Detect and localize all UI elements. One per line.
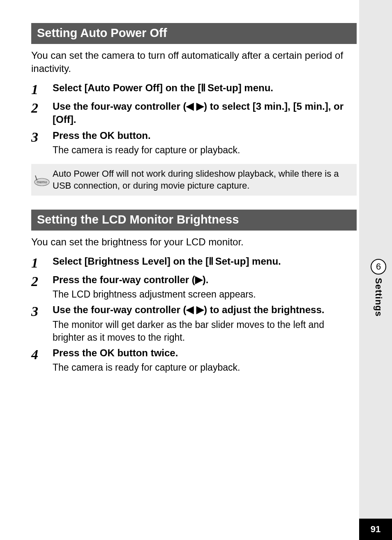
step-row: 1 Select [Auto Power Off] on the [Ⅱ Set-… (31, 81, 357, 97)
step-text: ) to adjust the brightness. (204, 304, 324, 315)
step-title: Press the OK button twice. (53, 346, 357, 360)
step-row: 4 Press the OK button twice. The camera … (31, 346, 357, 374)
step-number: 3 (31, 303, 53, 319)
chapter-tab: 6 Settings (371, 259, 386, 317)
step-number: 3 (31, 129, 53, 145)
step-text: ). (203, 274, 209, 285)
step-subtext: The camera is ready for capture or playb… (53, 361, 357, 374)
step-text: Select [Auto Power Off] on the [ (53, 82, 201, 93)
chapter-label: Settings (373, 278, 384, 317)
setup-icon: Ⅱ (201, 82, 205, 93)
step-text: Set-up] menu. (212, 256, 281, 267)
step-subtext: The monitor will get darker as the bar s… (53, 318, 357, 344)
step-title: Select [Brightness Level] on the [Ⅱ Set-… (53, 255, 357, 268)
page-number: 91 (359, 519, 392, 540)
step-title: Select [Auto Power Off] on the [Ⅱ Set-up… (53, 81, 357, 95)
right-arrow-icon: ▶ (195, 273, 203, 286)
step-text: Press the four-way controller ( (53, 274, 195, 285)
left-arrow-icon: ◀ (186, 99, 194, 113)
step-body: Press the four-way controller (▶). The L… (53, 273, 357, 301)
left-arrow-icon: ◀ (186, 303, 194, 316)
chapter-number-badge: 6 (371, 259, 386, 275)
step-text: Use the four-way controller ( (53, 304, 186, 315)
step-text: Select [Brightness Level] on the [ (53, 256, 209, 267)
step-title: Press the four-way controller (▶). (53, 273, 357, 286)
step-number: 1 (31, 255, 53, 271)
step-title: Use the four-way controller (◀ ▶) to adj… (53, 303, 357, 316)
section-intro: You can set the camera to turn off autom… (31, 49, 357, 76)
memo-text: Auto Power Off will not work during slid… (53, 168, 352, 192)
step-text: Set-up] menu. (205, 82, 273, 93)
step-number: 1 (31, 81, 53, 97)
step-body: Use the four-way controller (◀ ▶) to sel… (53, 100, 357, 127)
step-row: 2 Press the four-way controller (▶). The… (31, 273, 357, 301)
setup-icon: Ⅱ (209, 256, 212, 267)
step-subtext: The camera is ready for capture or playb… (53, 144, 357, 157)
step-number: 4 (31, 346, 53, 362)
step-title: Use the four-way controller (◀ ▶) to sel… (53, 100, 357, 127)
step-row: 2 Use the four-way controller (◀ ▶) to s… (31, 100, 357, 127)
step-row: 3 Use the four-way controller (◀ ▶) to a… (31, 303, 357, 344)
step-subtext: The LCD brightness adjustment screen app… (53, 288, 357, 301)
section-heading: Setting the LCD Monitor Brightness (31, 210, 357, 231)
step-row: 3 Press the OK button. The camera is rea… (31, 129, 357, 157)
step-number: 2 (31, 273, 53, 289)
right-arrow-icon: ▶ (196, 303, 204, 316)
memo-icon: memo (31, 173, 53, 187)
step-row: 1 Select [Brightness Level] on the [Ⅱ Se… (31, 255, 357, 271)
step-title: Press the OK button. (53, 129, 357, 142)
section-heading: Setting Auto Power Off (31, 23, 357, 44)
right-arrow-icon: ▶ (196, 99, 204, 113)
step-body: Use the four-way controller (◀ ▶) to adj… (53, 303, 357, 344)
step-body: Select [Auto Power Off] on the [Ⅱ Set-up… (53, 81, 357, 95)
step-body: Press the OK button twice. The camera is… (53, 346, 357, 374)
step-number: 2 (31, 100, 53, 116)
content-area: Setting Auto Power Off You can set the c… (31, 23, 357, 374)
page: Setting Auto Power Off You can set the c… (0, 0, 392, 540)
step-body: Press the OK button. The camera is ready… (53, 129, 357, 157)
section-intro: You can set the brightness for your LCD … (31, 235, 357, 249)
step-text: Use the four-way controller ( (53, 101, 186, 112)
memo-box: memo Auto Power Off will not work during… (31, 164, 357, 196)
svg-text:memo: memo (37, 180, 47, 184)
step-body: Select [Brightness Level] on the [Ⅱ Set-… (53, 255, 357, 268)
spacer (31, 196, 357, 210)
